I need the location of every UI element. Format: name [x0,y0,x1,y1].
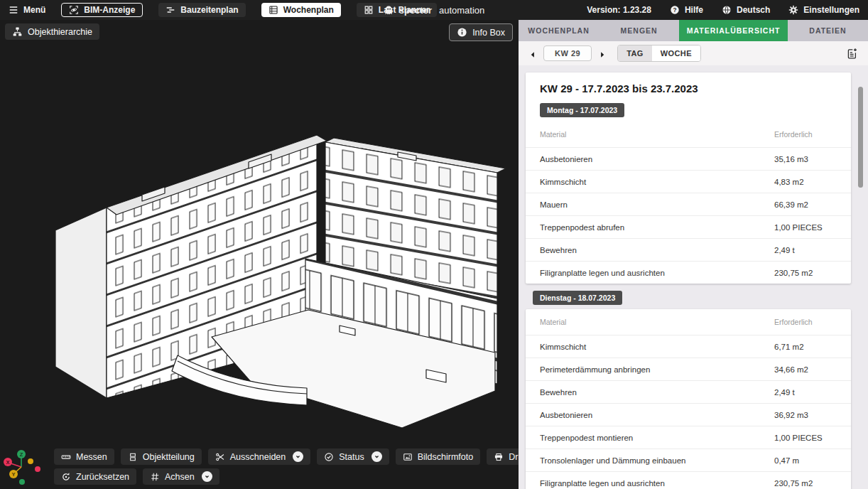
cut-button[interactable]: Ausschneiden [208,448,311,465]
axes-gizmo[interactable]: Z X Y [2,446,43,488]
table-row: Mauern 66,39 m2 [526,193,851,215]
tab-mengen[interactable]: MENGEN [599,20,679,41]
panel-tab-bar: WOCHENPLAN MENGEN MATERIALÜBERSICHT DATE… [519,20,868,41]
material-name: Ausbetonieren [540,411,774,419]
material-name: Ausbetonieren [540,155,774,163]
toggle-week-button[interactable]: WOCHE [652,45,700,61]
bim-view-button[interactable]: BIM-Anzeige [61,3,143,17]
material-quantity: 35,16 m3 [774,155,838,163]
axis-x-handle[interactable]: X [4,458,12,466]
axes-dropdown-button[interactable] [202,471,212,482]
grid-icon [364,5,374,15]
axis-y-handle[interactable]: Y [9,470,18,478]
version-label: Version: 1.23.28 [587,5,651,15]
bim-model[interactable] [0,20,519,489]
schedule-button[interactable]: Bauzeitenplan [158,3,245,17]
chevron-down-icon [294,453,302,461]
gear-icon [788,5,798,15]
language-button[interactable]: Deutsch [722,5,770,15]
table-row: Treppenpodest montieren 1,00 PIECES [526,426,851,448]
material-quantity: 36,92 m3 [774,411,838,419]
svg-text:Y: Y [11,471,15,478]
bim-view-label: BIM-Anzeige [84,5,135,15]
material-quantity: 0,47 m [774,456,838,465]
material-name: Bewehren [540,246,774,254]
reset-icon [61,472,71,482]
previous-week-button[interactable] [528,49,537,58]
screenshot-label: Bildschirmfoto [418,452,474,462]
axis-neg-x-dot[interactable] [35,466,40,472]
material-quantity: 1,00 PIECES [774,434,838,442]
cut-label: Ausschneiden [230,452,286,462]
day-badge-monday: Montag - 17.07.2023 [540,103,624,117]
chevron-down-icon [373,453,381,461]
object-split-label: Objektteilung [143,452,195,462]
settings-label: Einstellungen [803,5,859,15]
material-quantity: 66,39 m2 [774,200,838,209]
material-overview-content: KW 29 - 17.7.2023 bis 23.7.2023 Montag -… [519,65,868,489]
status-button[interactable]: Status [317,448,389,465]
info-box-button[interactable]: Info Box [449,23,513,41]
screenshot-button[interactable]: Bildschirmfoto [396,448,481,465]
globe-icon [722,5,732,15]
column-required: Erforderlich [774,130,838,139]
menu-button[interactable]: Menü [9,5,45,15]
measure-label: Messen [76,452,107,462]
print-preview-button[interactable]: Druckvorschau [487,448,519,465]
help-button[interactable]: Hilfe [670,5,703,15]
panel-scrollbar-thumb[interactable] [858,87,863,188]
material-table-monday: Material Erforderlich Ausbetonieren 35,1… [526,122,851,284]
tab-wochenplan[interactable]: WOCHENPLAN [519,20,599,41]
axes-button[interactable]: Achsen [143,468,219,485]
column-material: Material [540,130,774,139]
material-name: Kimmschicht [540,178,774,186]
info-icon [457,27,467,38]
column-required: Erforderlich [774,318,838,326]
info-box-label: Info Box [472,28,505,38]
object-hierarchy-button[interactable]: Objekthierarchie [5,23,99,40]
week-plan-button[interactable]: Wochenplan [261,3,341,17]
material-name: Tronsolenlager und Dämmung einbauen [540,456,774,465]
week-selector[interactable]: KW 29 [543,45,592,61]
material-quantity: 1,00 PIECES [774,223,838,232]
material-quantity: 230,75 m2 [774,269,838,277]
material-name: Bewehren [540,388,774,397]
add-note-button[interactable] [846,48,858,60]
tab-dateien[interactable]: DATEIEN [788,20,868,41]
ruler-icon [61,452,71,462]
table-row: Ausbetonieren 36,92 m3 [526,403,851,426]
print-preview-label: Druckvorschau [509,452,519,462]
chevron-down-icon [203,473,211,480]
axis-neg-y-dot[interactable] [28,458,33,464]
axis-neg-z-dot[interactable] [19,479,25,485]
material-name: Treppenpodest abrufen [540,223,774,232]
svg-text:Z: Z [20,451,23,458]
brand-name-bold: specter [399,5,432,16]
table-row: Tronsolenlager und Dämmung einbauen 0,47… [526,448,851,471]
object-split-button[interactable]: Objektteilung [121,448,202,465]
bim-3d-viewport[interactable]: Objekthierarchie Info Box Z X [0,20,519,489]
axes-label: Achsen [165,472,195,482]
tab-materialuebersicht[interactable]: MATERIALÜBERSICHT [679,20,788,41]
material-table-tuesday: Material Erforderlich Kimmschicht 6,71 m… [526,309,851,489]
axis-z-handle[interactable]: Z [17,450,26,458]
week-card: KW 29 - 17.7.2023 bis 23.7.2023 Montag -… [526,72,851,284]
reset-view-button[interactable]: Zurücksetzen [54,468,136,485]
material-quantity: 2,49 t [774,388,838,397]
settings-button[interactable]: Einstellungen [788,5,859,15]
brand-name-light: automation [439,5,484,16]
orbit-3d-icon [69,5,79,15]
gantt-icon [166,5,175,15]
cut-dropdown-button[interactable] [293,451,303,462]
toggle-day-button[interactable]: TAG [618,45,652,61]
svg-text:X: X [6,459,9,466]
measure-button[interactable]: Messen [54,448,114,465]
top-app-bar: Menü BIM-Anzeige Bauzeitenplan Wochenpla… [0,0,868,20]
reset-view-label: Zurücksetzen [76,472,129,482]
status-dropdown-button[interactable] [371,451,382,462]
next-week-button[interactable] [598,49,607,58]
split-icon [128,452,138,462]
table-header: Material Erforderlich [526,122,851,147]
week-plan-label: Wochenplan [283,5,334,15]
language-label: Deutsch [737,5,770,15]
